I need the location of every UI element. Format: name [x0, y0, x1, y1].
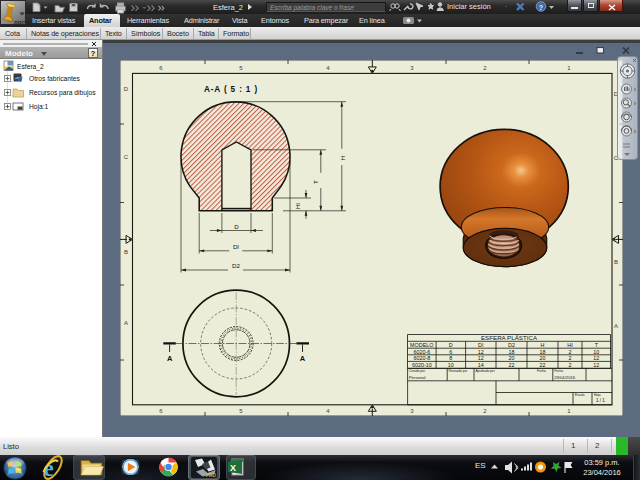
svg-text:6: 6 — [449, 349, 452, 355]
svg-text:12: 12 — [478, 355, 484, 361]
svg-text:HI: HI — [567, 342, 572, 348]
svg-text:D: D — [234, 223, 239, 230]
svg-text:DI: DI — [233, 243, 239, 250]
svg-text:2: 2 — [569, 355, 572, 361]
svg-text:2: 2 — [569, 362, 572, 368]
svg-text:D: D — [124, 86, 129, 92]
svg-text:A: A — [300, 354, 306, 363]
svg-text:PRO: PRO — [206, 473, 216, 478]
svg-text:Aprobado por: Aprobado por — [475, 369, 495, 373]
svg-text:20: 20 — [540, 355, 546, 361]
svg-text:Recursos para dibujos: Recursos para dibujos — [29, 89, 96, 97]
svg-text:B: B — [614, 259, 618, 265]
svg-text:H: H — [339, 156, 346, 160]
svg-text:Revisado por: Revisado por — [449, 369, 469, 373]
svg-text:D2: D2 — [508, 342, 515, 348]
svg-text:A: A — [167, 354, 173, 363]
svg-text:Escala: Escala — [575, 393, 585, 397]
svg-text:12: 12 — [478, 349, 484, 355]
svg-text:Personal: Personal — [409, 375, 426, 380]
svg-text:?: ? — [539, 4, 543, 11]
svg-text:D: D — [449, 342, 453, 348]
svg-text:T: T — [312, 180, 319, 184]
svg-text:23/04/2016: 23/04/2016 — [554, 375, 576, 380]
svg-text:A: A — [614, 323, 618, 329]
svg-text:18: 18 — [509, 349, 515, 355]
svg-text:X: X — [230, 463, 236, 473]
svg-text:8: 8 — [449, 355, 452, 361]
svg-text:14: 14 — [478, 362, 484, 368]
svg-text:MODELO: MODELO — [410, 342, 433, 348]
svg-text:PRO: PRO — [14, 20, 27, 26]
svg-text:H: H — [541, 342, 545, 348]
svg-text:B: B — [124, 249, 128, 255]
svg-text:12: 12 — [593, 362, 599, 368]
svg-text:6020-6: 6020-6 — [413, 349, 430, 355]
svg-text:10: 10 — [593, 349, 599, 355]
svg-text:Hoja:1: Hoja:1 — [29, 103, 49, 111]
svg-text:C: C — [124, 154, 129, 160]
svg-text:Fecha: Fecha — [554, 369, 563, 373]
svg-text:10: 10 — [448, 362, 454, 368]
svg-text:A: A — [124, 320, 128, 326]
svg-text:Otros fabricantes: Otros fabricantes — [29, 75, 81, 82]
svg-text:D2: D2 — [232, 262, 240, 269]
svg-text:DI: DI — [478, 342, 483, 348]
svg-text:12: 12 — [593, 355, 599, 361]
svg-text:·: · — [505, 3, 507, 10]
svg-text:Esfera_2: Esfera_2 — [17, 63, 44, 71]
svg-text:HI: HI — [294, 203, 301, 209]
svg-text:A-A ( 5 : 1 ): A-A ( 5 : 1 ) — [204, 85, 258, 94]
svg-text:Creado por: Creado por — [409, 369, 426, 373]
svg-text:20: 20 — [509, 355, 515, 361]
svg-text:Iniciar sesión: Iniciar sesión — [447, 2, 491, 11]
svg-text:6020-8: 6020-8 — [413, 355, 430, 361]
svg-text:2: 2 — [569, 349, 572, 355]
svg-text:22: 22 — [509, 362, 515, 368]
svg-text:ESFERA PLÁSTICA: ESFERA PLÁSTICA — [481, 334, 538, 341]
svg-text:22: 22 — [540, 362, 546, 368]
svg-text:1 / 1: 1 / 1 — [596, 398, 605, 403]
svg-text:Fecha: Fecha — [537, 369, 546, 373]
svg-text:6020-10: 6020-10 — [412, 362, 432, 368]
svg-text:18: 18 — [540, 349, 546, 355]
